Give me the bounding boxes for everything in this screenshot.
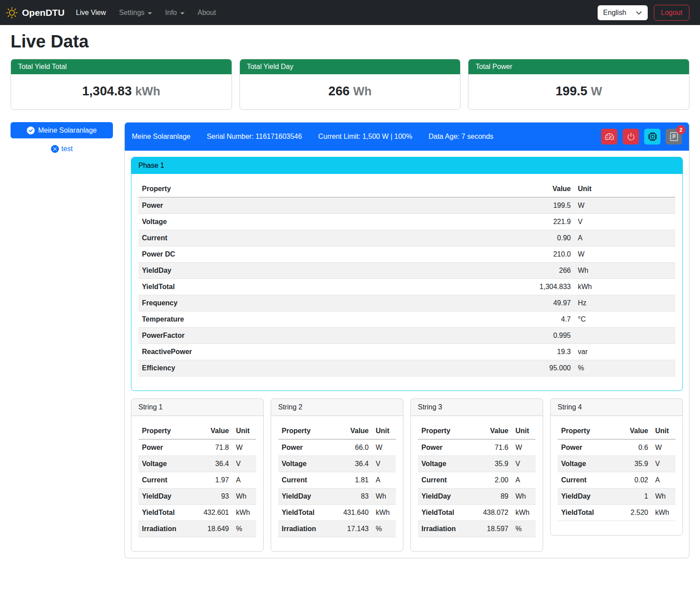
unit-cell: W <box>652 439 675 456</box>
nav-item-settings[interactable]: Settings <box>119 9 152 17</box>
nav-item-label: Info <box>165 9 177 17</box>
property-cell: Power <box>138 197 522 214</box>
table-row: YieldTotal431.640kWh <box>278 505 396 521</box>
value-cell: 4.7 <box>522 311 574 328</box>
string-card-title: String 2 <box>271 399 403 416</box>
column-header-value: Value <box>468 423 512 439</box>
table-row: Frequency49.97Hz <box>138 295 675 311</box>
brand-link[interactable]: OpenDTU <box>6 7 65 18</box>
table-row: Voltage36.4V <box>138 456 256 472</box>
property-cell: YieldDay <box>418 488 468 505</box>
string-card-4: String 4 Property Value Unit <box>550 398 683 535</box>
table-row: Power0.6W <box>558 439 675 456</box>
table-row: Current0.02A <box>558 472 675 488</box>
unit-cell: V <box>512 456 536 472</box>
unit-cell: V <box>652 456 675 472</box>
logout-button[interactable]: Logout <box>654 5 689 21</box>
inverter-card-header: Meine Solaranlage Serial Number: 1161716… <box>125 123 689 151</box>
strings-row: String 1 Property Value Unit <box>131 398 683 552</box>
inverter-select-button-inactive[interactable]: test <box>11 145 113 153</box>
inverter-card: Meine Solaranlage Serial Number: 1161716… <box>124 122 689 558</box>
phase-table: Property Value Unit Power199.5WVoltage22… <box>138 181 675 376</box>
property-cell: ReactivePower <box>138 344 522 360</box>
unit-cell: A <box>652 472 675 488</box>
inverter-select-button-active[interactable]: Meine Solaranlage <box>11 122 113 138</box>
value-cell: 17.143 <box>328 521 372 537</box>
navbar: OpenDTU Live View Settings Info About En… <box>0 0 700 25</box>
column-header-unit: Unit <box>512 423 536 439</box>
table-row: Irradiation17.143% <box>278 521 396 537</box>
nav-links: Live View Settings Info About <box>76 9 598 17</box>
limit-settings-button[interactable] <box>601 129 617 145</box>
phase-panel: Phase 1 Property Value Unit P <box>131 157 683 391</box>
unit-cell: A <box>512 472 536 488</box>
property-cell: YieldDay <box>138 488 189 505</box>
journal-list-icon <box>670 132 678 141</box>
column-header-value: Value <box>522 181 574 197</box>
table-row: Current2.00A <box>418 472 536 488</box>
unit-cell: °C <box>574 311 675 328</box>
value-cell: 210.0 <box>522 246 574 263</box>
value-cell: 432.601 <box>189 505 232 521</box>
column-header-unit: Unit <box>574 181 675 197</box>
power-toggle-button[interactable] <box>623 129 639 145</box>
unit-cell: V <box>574 214 675 230</box>
nav-item-live-view[interactable]: Live View <box>76 9 106 17</box>
value-cell: 89 <box>468 488 512 505</box>
property-cell: YieldDay <box>558 488 608 505</box>
card-unit: Wh <box>353 85 372 98</box>
power-icon <box>627 132 635 141</box>
property-cell: Voltage <box>138 214 522 230</box>
string-table: Property Value Unit Power66.0WVoltage36.… <box>278 423 396 537</box>
column-header-property: Property <box>138 423 189 439</box>
event-log-button[interactable]: 2 <box>666 129 682 145</box>
property-cell: Current <box>558 472 608 488</box>
unit-cell: W <box>512 439 536 456</box>
x-circle-icon <box>51 145 59 153</box>
value-cell: 221.9 <box>522 214 574 230</box>
device-info-button[interactable] <box>644 129 660 145</box>
language-select[interactable]: English <box>598 5 648 20</box>
value-cell: 0.6 <box>608 439 652 456</box>
table-header-row: Property Value Unit <box>138 423 256 439</box>
value-cell: 199.5 <box>522 197 574 214</box>
column-header-value: Value <box>189 423 232 439</box>
property-cell: Voltage <box>138 456 189 472</box>
property-cell: YieldTotal <box>278 505 328 521</box>
value-cell: 2.520 <box>608 505 652 521</box>
value-cell: 0.02 <box>608 472 652 488</box>
card-value: 1,304.83 <box>82 84 132 98</box>
property-cell: Temperature <box>138 311 522 328</box>
unit-cell: Wh <box>232 488 256 505</box>
string-card-1: String 1 Property Value Unit <box>131 398 264 552</box>
property-cell: Efficiency <box>138 360 522 376</box>
unit-cell: % <box>512 521 536 537</box>
value-cell: 2.00 <box>468 472 512 488</box>
table-header-row: Property Value Unit <box>418 423 536 439</box>
table-row: Power DC210.0W <box>138 246 675 263</box>
nav-item-about[interactable]: About <box>198 9 216 17</box>
column-header-property: Property <box>138 181 522 197</box>
card-unit: kWh <box>135 85 160 98</box>
column-header-property: Property <box>558 423 608 439</box>
value-cell: 93 <box>189 488 232 505</box>
value-cell: 66.0 <box>328 439 372 456</box>
property-cell: Frequency <box>138 295 522 311</box>
property-cell: Irradiation <box>138 521 189 537</box>
card-title: Total Yield Day <box>240 59 461 74</box>
table-row: Irradiation18.597% <box>418 521 536 537</box>
language-value: English <box>603 9 626 17</box>
nav-item-info[interactable]: Info <box>165 9 185 17</box>
inverter-sidebar: Meine Solaranlage test <box>11 122 113 153</box>
value-cell: 1.81 <box>328 472 372 488</box>
table-row: Voltage221.9V <box>138 214 675 230</box>
unit-cell: kWh <box>232 505 256 521</box>
table-row: Current1.81A <box>278 472 396 488</box>
nav-item-label: Live View <box>76 9 106 17</box>
unit-cell: % <box>232 521 256 537</box>
value-cell: 18.597 <box>468 521 512 537</box>
value-cell: 36.4 <box>328 456 372 472</box>
column-header-property: Property <box>418 423 468 439</box>
table-row: PowerFactor0.995 <box>138 328 675 344</box>
property-cell: YieldTotal <box>138 505 189 521</box>
